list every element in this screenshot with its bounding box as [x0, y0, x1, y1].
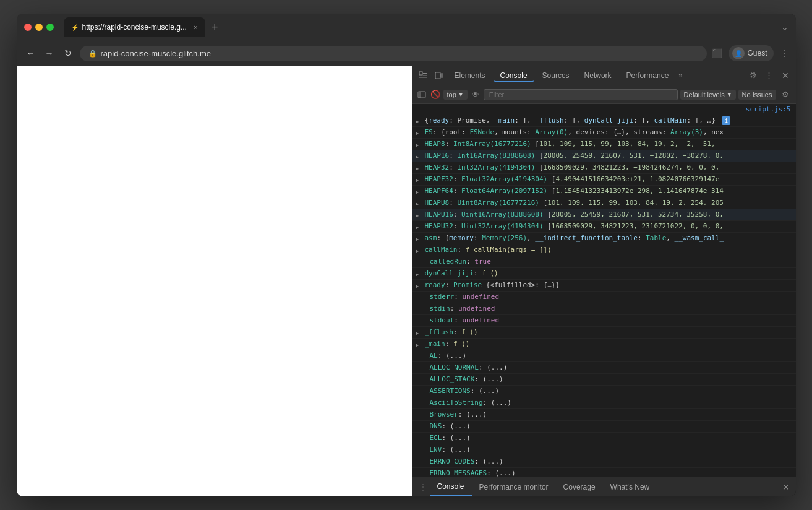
devtools-panel: Elements Console Sources Network Perform…: [412, 66, 796, 496]
console-line[interactable]: ERRNO_MESSAGES: (...): [412, 468, 796, 477]
expand-icon: ▶: [416, 164, 419, 174]
console-line[interactable]: ▶ FS: {root: FSNode, mounts: Array(0), d…: [412, 127, 796, 139]
console-line[interactable]: AL: (...): [412, 350, 796, 362]
profile-name: Guest: [747, 49, 767, 58]
console-line[interactable]: ▶ asm: {memory: Memory(256), __indirect_…: [412, 233, 796, 244]
console-line[interactable]: stdout: undefined: [412, 315, 796, 327]
context-selector[interactable]: top ▼: [443, 90, 468, 100]
console-line[interactable]: ENV: (...): [412, 444, 796, 456]
maximize-traffic-light[interactable]: [46, 24, 54, 31]
console-line[interactable]: ▶ HEAPU16: Uint16Array(8388608) [28005, …: [412, 209, 796, 221]
active-tab[interactable]: ⚡ https://rapid-concise-muscle.g... ✕: [64, 17, 205, 37]
expand-icon: ▶: [416, 176, 419, 186]
console-line[interactable]: ▶ HEAPF32: Float32Array(4194304) [4.4904…: [412, 174, 796, 186]
title-bar: ⚡ https://rapid-concise-muscle.g... ✕ + …: [17, 14, 796, 41]
tab-title: https://rapid-concise-muscle.g...: [82, 23, 187, 32]
devtools-more-button[interactable]: ⋮: [763, 69, 776, 82]
console-line[interactable]: stderr: undefined: [412, 292, 796, 303]
console-line[interactable]: ASSERTIONS: (...): [412, 386, 796, 397]
console-line[interactable]: ▶ HEAP16: Int16Array(8388608) [28005, 25…: [412, 150, 796, 162]
devtools-close-button[interactable]: ✕: [779, 69, 792, 82]
device-toolbar-button[interactable]: [432, 69, 446, 82]
console-line[interactable]: ALLOC_NORMAL: (...): [412, 362, 796, 374]
console-line[interactable]: ▶ HEAPF64: Float64Array(2097152) [1.1545…: [412, 186, 796, 197]
console-line[interactable]: ALLOC_STACK: (...): [412, 374, 796, 386]
devtools-tab-network[interactable]: Network: [578, 69, 618, 82]
console-line[interactable]: Browser: (...): [412, 409, 796, 421]
console-sidebar-toggle[interactable]: [416, 89, 427, 100]
expand-icon: ▶: [416, 152, 419, 162]
minimize-traffic-light[interactable]: [35, 24, 43, 31]
console-line[interactable]: stdin: undefined: [412, 303, 796, 315]
context-value: top: [447, 91, 456, 98]
devtools-more-tabs[interactable]: »: [678, 71, 683, 80]
expand-icon: ▶: [416, 188, 419, 197]
inspect-element-button[interactable]: [416, 69, 430, 82]
forward-button[interactable]: →: [43, 48, 56, 58]
bottom-tab-performance-monitor[interactable]: Performance monitor: [472, 479, 556, 495]
console-toolbar: 🚫 top ▼ 👁 Default levels ▼ No Issues ⚙: [412, 85, 796, 104]
lock-icon: 🔒: [88, 50, 97, 58]
console-line[interactable]: ▶ {ready: Promise, _main: f, _fflush: f,…: [412, 115, 796, 127]
console-line[interactable]: calledRun: true: [412, 256, 796, 268]
expand-icon: ▶: [416, 117, 419, 127]
console-line[interactable]: ▶ _main: f (): [412, 339, 796, 350]
tab-more-button[interactable]: ⌄: [781, 22, 788, 32]
devtools-toolbar: Elements Console Sources Network Perform…: [412, 66, 796, 85]
url-display: rapid-concise-muscle.glitch.me: [101, 49, 211, 58]
console-line[interactable]: ▶ ready: Promise {<fulfilled>: {…}}: [412, 280, 796, 292]
console-line[interactable]: DNS: (...): [412, 421, 796, 433]
no-issues-label: No Issues: [742, 91, 772, 98]
console-settings-button[interactable]: ⚙: [779, 88, 792, 102]
bottom-tab-console[interactable]: Console: [430, 478, 472, 496]
traffic-lights: [24, 24, 54, 31]
console-line[interactable]: ▶ HEAPU32: Uint32Array(4194304) [1668509…: [412, 221, 796, 233]
tab-favicon: ⚡: [71, 24, 79, 31]
console-line[interactable]: ▶ HEAP32: Int32Array(4194304) [166850902…: [412, 162, 796, 174]
context-dropdown-icon: ▼: [458, 92, 464, 98]
tab-close-button[interactable]: ✕: [193, 24, 198, 31]
no-issues-button[interactable]: No Issues: [738, 90, 776, 100]
cast-icon[interactable]: ⬛: [712, 48, 722, 58]
console-line[interactable]: ▶ dynCall_jiji: f (): [412, 268, 796, 280]
back-button[interactable]: ←: [24, 48, 38, 58]
expand-icon: ▶: [416, 235, 419, 244]
avatar: 👤: [732, 47, 745, 59]
close-traffic-light[interactable]: [24, 24, 32, 31]
expand-icon: ▶: [416, 199, 419, 209]
log-level-selector[interactable]: Default levels ▼: [680, 90, 736, 100]
console-eye-icon[interactable]: 👁: [470, 89, 481, 100]
console-line[interactable]: ▶ HEAP8: Int8Array(16777216) [101, 109, …: [412, 139, 796, 150]
new-tab-button[interactable]: +: [208, 21, 222, 34]
devtools-tab-sources[interactable]: Sources: [536, 69, 576, 82]
url-bar: ← → ↻ 🔒 rapid-concise-muscle.glitch.me ⬛…: [17, 41, 796, 66]
menu-button[interactable]: ⋮: [780, 48, 788, 58]
console-line[interactable]: EGL: (...): [412, 433, 796, 444]
console-line[interactable]: ▶ _fflush: f (): [412, 327, 796, 339]
console-line[interactable]: ▶ HEAPU8: Uint8Array(16777216) [101, 109…: [412, 197, 796, 209]
profile-button[interactable]: 👤 Guest: [729, 45, 773, 61]
svg-rect-4: [435, 72, 440, 79]
devtools-tab-performance[interactable]: Performance: [620, 69, 675, 82]
drag-handle[interactable]: ⋮: [416, 482, 430, 492]
reload-button[interactable]: ↻: [61, 48, 75, 58]
console-output[interactable]: script.js:5 ▶ {ready: Promise, _main: f,…: [412, 104, 796, 477]
console-line[interactable]: ERRNO_CODES: (...): [412, 456, 796, 468]
devtools-bottom-bar: ⋮ Console Performance monitor Coverage W…: [412, 477, 796, 496]
browser-viewport: [17, 66, 412, 496]
devtools-tab-elements[interactable]: Elements: [448, 69, 492, 82]
source-link[interactable]: script.js:5: [412, 104, 796, 115]
bottom-tab-whats-new[interactable]: What's New: [603, 479, 657, 495]
console-line[interactable]: ▶ callMain: f callMain(args = []): [412, 244, 796, 256]
url-input[interactable]: 🔒 rapid-concise-muscle.glitch.me: [80, 46, 707, 61]
devtools-settings-button[interactable]: ⚙: [746, 69, 760, 82]
expand-icon: ▶: [416, 329, 419, 339]
expand-icon: ▶: [416, 129, 419, 139]
clear-console-button[interactable]: 🚫: [430, 89, 441, 100]
console-line[interactable]: AsciiToString: (...): [412, 397, 796, 409]
console-filter-input[interactable]: [484, 89, 678, 100]
bottom-bar-close-button[interactable]: ✕: [780, 482, 792, 492]
devtools-tab-console[interactable]: Console: [494, 69, 534, 82]
bottom-tab-coverage[interactable]: Coverage: [556, 479, 603, 495]
log-level-value: Default levels: [684, 91, 725, 98]
